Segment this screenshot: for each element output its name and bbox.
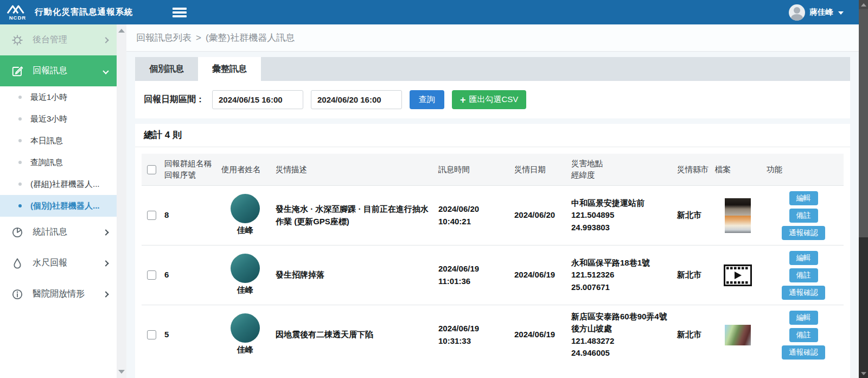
sidebar-item-label: 後台管理 <box>33 34 67 46</box>
user-name-label: 佳峰 <box>237 344 253 356</box>
breadcrumb-separator: > <box>196 33 201 43</box>
bullet-icon <box>18 161 22 164</box>
bullet-icon <box>18 182 22 186</box>
photo-thumbnail[interactable] <box>725 325 751 345</box>
row-description: 因地震後有二棟透天厝下陷 <box>272 325 435 344</box>
row-actions: 編輯 備註 通報確認 <box>763 307 844 363</box>
table-row: 6 佳峰 發生招牌掉落 2024/06/19 11:01:36 <box>142 245 844 305</box>
note-button[interactable]: 備註 <box>789 209 818 223</box>
sidebar-item-label: 回報訊息 <box>33 65 67 77</box>
table-row: 5 佳峰 因地震後有二棟透天厝下陷 2024/06/19 10:31:33 <box>142 305 844 364</box>
hamburger-menu-icon[interactable] <box>173 8 187 17</box>
row-actions: 編輯 備註 通報確認 <box>763 188 844 243</box>
user-menu[interactable]: 蔣佳峰 <box>789 4 859 21</box>
row-msg-time: 2024/06/19 11:01:36 <box>435 260 511 291</box>
note-button[interactable]: 備註 <box>789 328 818 342</box>
edit-button[interactable]: 編輯 <box>789 311 818 325</box>
note-button[interactable]: 備註 <box>789 268 818 282</box>
confirm-report-button[interactable]: 通報確認 <box>782 226 825 240</box>
sidebar-submenu: 最近1小時 最近3小時 本日訊息 查詢訊息 <box>0 86 117 217</box>
bullet-icon <box>18 204 22 207</box>
video-thumbnail[interactable] <box>724 264 752 286</box>
row-description: 發生淹水 · 水深至腳踝 · 目前正在進行抽水作業 (更新GPS座標) <box>272 200 435 231</box>
edit-button[interactable]: 編輯 <box>789 191 818 205</box>
brand: NCDR 行動化災害訊息通報系統 <box>0 4 133 21</box>
row-checkbox[interactable] <box>147 211 156 220</box>
results-table: 回報群組名稱 回報序號 使用者姓名 災情描述 訊息時間 災情日期 災害地點 經緯… <box>135 147 850 364</box>
row-user: 佳峰 <box>218 310 272 360</box>
row-seq: 8 <box>161 206 218 225</box>
chevron-down-icon <box>103 68 108 74</box>
sidebar-item-hospital-status[interactable]: 醫院開放情形 <box>0 279 117 310</box>
chevron-right-icon <box>103 260 108 266</box>
photo-thumbnail[interactable] <box>725 198 751 233</box>
select-all-checkbox[interactable] <box>147 165 156 174</box>
water-drop-icon <box>11 257 24 270</box>
scroll-up-icon[interactable] <box>859 0 868 9</box>
sidebar-item-label: 本日訊息 <box>30 136 63 146</box>
sidebar-item-report-messages[interactable]: 回報訊息 <box>0 55 117 86</box>
row-location: 中和區景安捷運站前 121.504895 24.993803 <box>568 194 674 237</box>
sidebar-item-individual-bot-messages[interactable]: (個別)社群機器人... <box>0 195 117 217</box>
user-name: 蔣佳峰 <box>810 7 834 17</box>
sidebar-item-water-gauge[interactable]: 水尺回報 <box>0 248 117 279</box>
main-content: 回報訊息列表 > (彙整)社群機器人訊息 個別訊息 彙整訊息 回報日期區間： <box>126 24 859 378</box>
plus-icon: + <box>460 95 466 105</box>
user-avatar <box>789 4 805 21</box>
page-scrollbar[interactable] <box>859 0 868 378</box>
breadcrumb-parent[interactable]: 回報訊息列表 <box>136 32 192 44</box>
svg-text:NCDR: NCDR <box>9 14 26 20</box>
export-csv-button[interactable]: + 匯出勾選CSV <box>452 90 526 109</box>
row-actions: 編輯 備註 通報確認 <box>763 248 844 303</box>
edit-icon <box>11 65 24 78</box>
sidebar-item-group-bot-messages[interactable]: (群組)社群機器人... <box>0 173 117 195</box>
tabstrip: 個別訊息 彙整訊息 <box>135 57 850 81</box>
scroll-up-icon[interactable] <box>118 29 125 33</box>
row-seq: 6 <box>161 266 218 285</box>
sidebar-item-label: 統計訊息 <box>33 226 67 238</box>
date-to-input[interactable] <box>311 90 402 109</box>
row-user: 佳峰 <box>218 250 272 300</box>
scroll-down-icon[interactable] <box>859 369 868 378</box>
tab-individual-messages[interactable]: 個別訊息 <box>135 57 198 81</box>
row-county: 新北市 <box>674 266 712 285</box>
row-county: 新北市 <box>674 206 712 225</box>
edit-button[interactable]: 編輯 <box>789 251 818 265</box>
pie-chart-icon <box>11 226 24 239</box>
sidebar-item-admin[interactable]: 後台管理 <box>0 24 117 55</box>
col-header-description: 災情描述 <box>272 160 435 180</box>
scroll-down-icon[interactable] <box>118 370 125 374</box>
sidebar-item-label: 醫院開放情形 <box>33 288 85 300</box>
col-header-actions: 功能 <box>763 160 844 180</box>
top-header: NCDR 行動化災害訊息通報系統 蔣佳峰 <box>0 0 859 24</box>
search-button[interactable]: 查詢 <box>410 90 444 109</box>
total-count-label: 總計 4 則 <box>135 124 850 147</box>
row-msg-time: 2024/06/19 10:31:33 <box>435 319 511 350</box>
row-checkbox[interactable] <box>147 270 156 280</box>
row-user: 佳峰 <box>218 191 272 240</box>
sidebar-item-query-messages[interactable]: 查詢訊息 <box>0 152 117 173</box>
breadcrumb: 回報訊息列表 > (彙整)社群機器人訊息 <box>126 24 859 52</box>
sidebar-scrollbar[interactable] <box>117 24 126 378</box>
avatar <box>231 254 260 283</box>
sidebar-item-last-1hr[interactable]: 最近1小時 <box>0 86 117 108</box>
gear-icon <box>11 34 24 47</box>
sidebar-item-label: 水尺回報 <box>33 257 67 269</box>
tab-aggregate-messages[interactable]: 彙整訊息 <box>198 57 261 81</box>
ncdr-logo-icon: NCDR <box>7 4 29 21</box>
row-checkbox[interactable] <box>147 330 156 339</box>
row-location: 新店區安泰路60巷90弄4號後方山坡處 121.483272 24.946005 <box>568 307 674 363</box>
row-county: 新北市 <box>674 325 712 344</box>
scrollbar-thumb[interactable] <box>859 9 868 237</box>
date-from-input[interactable] <box>212 90 303 109</box>
sidebar-item-today-messages[interactable]: 本日訊息 <box>0 130 117 152</box>
col-header-user: 使用者姓名 <box>218 160 272 180</box>
avatar <box>231 313 260 343</box>
confirm-report-button[interactable]: 通報確認 <box>782 286 825 300</box>
sidebar: 後台管理 回報訊息 最近1小時 <box>0 24 117 378</box>
bullet-icon <box>18 96 22 99</box>
confirm-report-button[interactable]: 通報確認 <box>782 345 825 360</box>
sidebar-item-statistics[interactable]: 統計訊息 <box>0 217 117 248</box>
sidebar-item-last-3hr[interactable]: 最近3小時 <box>0 108 117 130</box>
table-row: 8 佳峰 發生淹水 · 水深至腳踝 · 目前正在進行抽水作業 (更新GPS座標)… <box>142 185 844 245</box>
